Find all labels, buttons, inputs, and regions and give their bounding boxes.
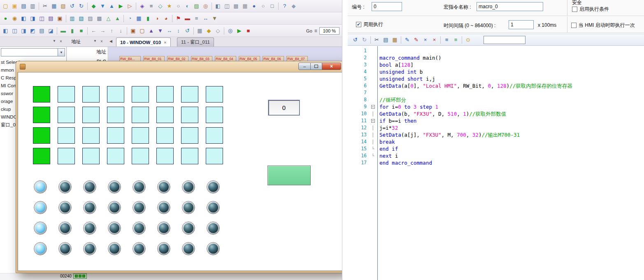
lamp-r0c4[interactable] [133,180,146,194]
bit-cell-r2c1[interactable] [58,127,75,144]
lamp-r3c4[interactable] [133,242,146,255]
go-button[interactable]: Go [306,28,312,33]
address-panel-dropdown-icon[interactable]: ▼ [93,39,97,43]
object-list-icon[interactable]: ≡ [147,2,156,10]
nudge-down-icon[interactable]: ↓ [116,26,125,35]
word-lamp-icon[interactable]: ◉ [10,14,19,23]
goto-line-icon[interactable]: ≡ [442,35,451,44]
lamp-r1c6[interactable] [182,201,195,214]
cut-icon[interactable]: ✂ [372,35,381,44]
nudge-right-icon[interactable]: → [98,26,107,35]
nudge-up-icon[interactable]: ↑ [107,26,116,35]
redo-icon[interactable]: ↻ [77,2,86,10]
code-line[interactable]: 13│SetData(a[j], "FX3U", M, 700, 32)//输出… [348,131,644,138]
alarm-display-icon[interactable]: ▬ [183,14,192,23]
bit-cell-r3c4[interactable] [132,148,149,164]
maximize-button[interactable] [311,63,322,70]
about-icon[interactable]: ◆ [289,2,298,10]
open-project-icon[interactable]: ▣ [10,2,19,10]
code-line[interactable]: 11−if b==i then [348,117,644,124]
enable-condition-checkbox[interactable] [572,7,577,12]
trend-display-icon[interactable]: ◔ [126,14,134,23]
label-library-icon[interactable]: ▨ [192,2,201,10]
snap-toggle-icon[interactable]: ▦ [241,2,249,10]
window-list-icon[interactable]: ◫ [223,2,231,10]
bit-cell-r1c3[interactable] [107,107,124,123]
undo-icon[interactable]: ↺ [68,2,77,10]
bit-cell-r1c4[interactable] [132,107,149,123]
code-line[interactable]: 15└end if [348,145,644,152]
keyword-help-icon[interactable]: ⊙ [464,35,472,44]
bit-cell-r0c4[interactable] [132,86,149,103]
meter-display-icon[interactable]: ◑ [153,14,161,23]
lamp-r3c7[interactable] [207,242,220,255]
code-line[interactable]: 9−for i=0 to 3 step 1 [348,103,644,110]
picture-library-icon[interactable]: ◐ [183,2,192,10]
align-center-horizontal-icon[interactable]: ◫ [10,26,19,35]
nudge-left-icon[interactable]: ← [89,26,98,35]
bit-cell-r2c4[interactable] [132,127,149,144]
transparent-icon[interactable]: ◇ [214,26,222,35]
lamp-r1c4[interactable] [133,201,146,214]
bookmark-add-icon[interactable]: ✎ [403,35,412,44]
lamp-r3c6[interactable] [182,242,195,255]
macro-search-input[interactable] [484,36,525,44]
indirect-window-icon[interactable]: ▨ [86,14,95,23]
lamp-r2c3[interactable] [108,222,121,235]
bit-cell-r3c7[interactable] [206,148,223,164]
lamp-r3c5[interactable] [157,242,170,255]
layer-bottom-icon[interactable]: ▼ [156,26,165,35]
minimize-button[interactable]: – [298,63,311,70]
align-left-icon[interactable]: ◧ [1,26,10,35]
object-filter-combobox[interactable]: ▼ [1,48,65,56]
bit-cell-r0c7[interactable] [206,86,223,103]
code-line[interactable]: 12│j=i*32 [348,124,644,131]
flip-horizontal-icon[interactable]: ↔ [165,26,174,35]
code-line[interactable]: 2macro_command main() [348,54,644,61]
system-parameters-icon[interactable]: ◈ [138,2,146,10]
redraw-icon[interactable]: ◎ [226,26,235,35]
lamp-r2c6[interactable] [182,222,195,235]
alarm-bar-icon[interactable]: ⚑ [174,14,183,23]
code-line[interactable]: 1 [348,47,644,54]
lock-object-icon[interactable]: ◆ [205,26,213,35]
fold-collapse-icon[interactable]: − [368,103,377,110]
close-button[interactable]: × [322,63,341,70]
help-icon[interactable]: ? [280,2,289,10]
layer-top-icon[interactable]: ▲ [147,26,156,35]
green-lamp-rectangle[interactable] [267,166,311,185]
pie-chart-icon[interactable]: ◕ [162,14,170,23]
lamp-r2c5[interactable] [157,222,170,235]
lamp-r0c2[interactable] [83,180,96,194]
same-size-icon[interactable]: ■ [77,26,86,35]
toggle-switch-icon[interactable]: ◫ [37,14,46,23]
bar-graph-icon[interactable]: ▮ [144,14,152,23]
tab-scroll-left-icon[interactable]: ◀ [109,39,112,43]
direct-window-icon[interactable]: ▩ [95,14,104,23]
compile-icon[interactable]: ◆ [89,2,98,10]
code-line[interactable]: 7 [348,89,644,96]
lamp-r0c5[interactable] [157,180,170,194]
bit-cell-r0c5[interactable] [156,86,174,103]
group-icon[interactable]: ▣ [129,26,137,35]
bit-cell-r0c2[interactable] [82,86,100,103]
bit-cell-r3c1[interactable] [58,148,75,164]
numeric-display[interactable]: 0 [268,100,300,115]
event-log-icon[interactable]: ≡ [192,14,201,23]
moving-shape-icon[interactable]: △ [104,14,113,23]
animation-icon[interactable]: ▲ [113,14,122,23]
periodic-exec-checkbox[interactable]: ✔ [356,22,361,27]
bookmark-clear-icon[interactable]: × [430,35,439,44]
lamp-r3c3[interactable] [108,242,121,255]
function-key-icon[interactable]: ▣ [56,14,64,23]
bit-cell-r0c3[interactable] [107,86,124,103]
sort-lines-icon[interactable]: ≡ [451,35,460,44]
online-simulation-icon[interactable]: ▷ [126,2,134,10]
lamp-r2c4[interactable] [133,222,146,235]
code-line[interactable]: 8//循环部分 [348,96,644,103]
align-top-icon[interactable]: ◩ [28,26,37,35]
history-data-icon[interactable]: ▦ [135,14,143,23]
paste-icon[interactable]: ▧ [59,2,67,10]
bit-cell-r2c6[interactable] [181,127,198,144]
tab-close-icon[interactable]: × [164,40,166,45]
